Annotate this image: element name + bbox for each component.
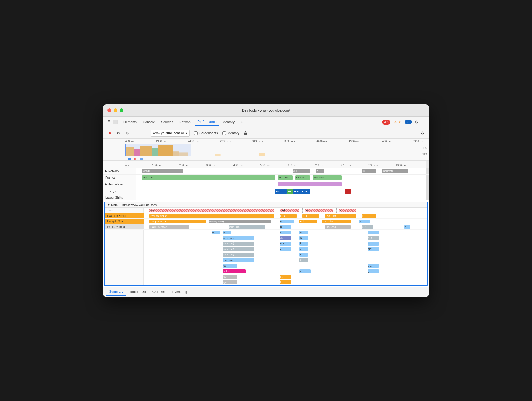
net-label: NET [422, 153, 427, 156]
value-bar: value [223, 269, 246, 273]
tab-toolbar: ⠿ ⬜ Elements Console Sources Network Per… [103, 117, 429, 128]
tab-elements[interactable]: Elements [120, 118, 139, 126]
clear-button[interactable]: ⊘ [124, 130, 131, 136]
tab-call-tree[interactable]: Call Tree [150, 288, 168, 296]
value-row: value i... g... [105, 268, 427, 274]
g-bar-2: g... [368, 269, 379, 273]
warning-icon: ⚠ [394, 120, 397, 124]
tab-navigation: Elements Console Sources Network Perform… [120, 118, 245, 126]
fine-6: 696 ms [288, 164, 297, 167]
ade-content: a.de...ate xla S (...) [144, 235, 427, 241]
tab-performance[interactable]: Performance [195, 118, 219, 126]
settings-icon[interactable]: ⚙ [414, 119, 419, 125]
svg-rect-8 [259, 153, 265, 156]
anous3-label [105, 252, 144, 257]
net-bar-4: C... [362, 169, 376, 173]
download-button[interactable]: ↓ [142, 130, 148, 136]
network-label: ▶ Network [103, 168, 136, 174]
fine-1: 196 ms [152, 164, 161, 167]
task-row: Task Task Task Task T... [105, 208, 427, 213]
gear-icon[interactable]: ⚙ [419, 130, 426, 136]
ruler-label-7: 4996 ms [349, 140, 359, 143]
minimize-button[interactable] [114, 108, 117, 112]
maximize-button[interactable] [120, 108, 123, 112]
compile-bar-1: Compile Script [149, 220, 206, 223]
get1-row: get f... [105, 274, 427, 279]
error-icon: ✕ [384, 120, 386, 124]
fine-ruler: ms 196 ms 296 ms 396 ms 496 ms 596 ms 69… [103, 161, 429, 168]
network-expand[interactable]: ▶ [105, 170, 107, 172]
warning-count: 30 [398, 120, 401, 124]
warning-badge[interactable]: ⚠ 30 [393, 120, 403, 125]
timing-fp: FP [287, 189, 293, 194]
fine-0: ms [125, 164, 129, 167]
record-button[interactable]: ⏺ [106, 130, 113, 136]
memory-checkbox[interactable] [222, 131, 226, 135]
error-badge[interactable]: ✕ 8 [382, 120, 390, 125]
close-button[interactable] [107, 108, 111, 112]
value-content: value i... g... [144, 268, 427, 274]
device-icon[interactable]: ⬜ [112, 119, 118, 125]
timings-row: Timings DCL FP FCP LCP L [103, 188, 429, 195]
scrollbar-right-anim [426, 181, 429, 188]
title-bar: DevTools - www.youtube.com/ [103, 104, 429, 117]
info-badge[interactable]: ▪ 6 [405, 120, 412, 124]
v-bar-1: V [212, 231, 220, 234]
tab-bottom-up[interactable]: Bottom-Up [127, 288, 148, 296]
fine-2: 296 ms [179, 164, 188, 167]
anous-bar-3: (ano...us) [223, 253, 254, 257]
vv-content: V v $... V i... [144, 230, 427, 235]
ade-bar: a.de...ate [223, 236, 254, 240]
tab-network[interactable]: Network [177, 118, 194, 126]
dollar-bar: $... [280, 231, 291, 234]
profiling-row: Profili...verhead Profili...verhead (ano… [105, 224, 427, 230]
compile-bar-fl: F...l [299, 220, 317, 223]
winmer-row: win...mer (... [105, 257, 427, 263]
paren-bar: (...) [368, 236, 379, 240]
animations-label: ▶ Animations [103, 181, 136, 188]
s-bar: S [299, 236, 308, 240]
more-icon[interactable]: ⋮ [420, 119, 426, 125]
inspect-icon[interactable]: ⠿ [106, 119, 112, 125]
network-content: identifi... gui... v... C... Generate! [136, 168, 426, 174]
reload-button[interactable]: ↺ [115, 130, 122, 136]
cpu-label: CPU [422, 146, 427, 149]
ruler-label-9: 5996 ms [413, 140, 423, 143]
tab-sources[interactable]: Sources [158, 118, 176, 126]
fine-ruler-marks: ms 196 ms 296 ms 396 ms 496 ms 596 ms 69… [125, 161, 426, 168]
ruler-label-4: 3496 ms [252, 140, 263, 143]
screenshots-checkbox[interactable] [194, 131, 198, 135]
compile-bar-r: R... [280, 220, 294, 223]
tab-console[interactable]: Console [140, 118, 158, 126]
tab-event-log[interactable]: Event Log [170, 288, 190, 296]
dv2 [302, 208, 303, 213]
frames-content: 450.0 ms 66.7 ms 66.7 ms 216.7 ms [136, 175, 426, 181]
profiling-bar-paren: (...) [362, 225, 373, 229]
anous3-row: (ano...us) f... [105, 252, 427, 257]
task-row-content: Task Task Task T... [144, 208, 427, 213]
fine-7: 796 ms [314, 164, 323, 167]
url-selector[interactable]: www.youtube.com #1 ▾ [151, 130, 190, 137]
bottom-tabs: Summary Bottom-Up Call Tree Event Log [103, 287, 429, 297]
eval-script-row: Evaluate Script Evaluate Script F...k F.… [105, 213, 427, 219]
net-svg [125, 158, 423, 160]
value-label [105, 268, 144, 274]
anim-expand[interactable]: ▶ [105, 183, 107, 186]
tab-more[interactable]: » [238, 118, 245, 126]
layout-shifts-label: Layout Shifts [103, 195, 136, 200]
tab-memory[interactable]: Memory [220, 118, 237, 126]
winmer-content: win...mer (... [144, 257, 427, 263]
g-bar-1: g... [368, 264, 379, 268]
top-ruler: 496 ms 1996 ms 2496 ms 2996 ms 3496 ms 3… [103, 139, 429, 161]
paren3-bar: (... [299, 258, 308, 262]
anous-bar-2: (ano...us) [223, 247, 254, 251]
tab-summary[interactable]: Summary [106, 288, 126, 296]
screenshots-label: Screenshots [199, 131, 218, 135]
net-bar-3: v... [316, 169, 324, 173]
memory-icon-btn[interactable]: 🗑 [242, 130, 249, 136]
scrollbar-right-ls [426, 195, 429, 200]
main-flame-section: ▼ Main — https://www.youtube.com/ Task T… [104, 202, 428, 286]
frame-4: 216.7 ms [313, 175, 342, 180]
upload-button[interactable]: ↑ [133, 130, 139, 136]
network-row: ▶ Network identifi... gui... v... C... G… [103, 168, 429, 175]
